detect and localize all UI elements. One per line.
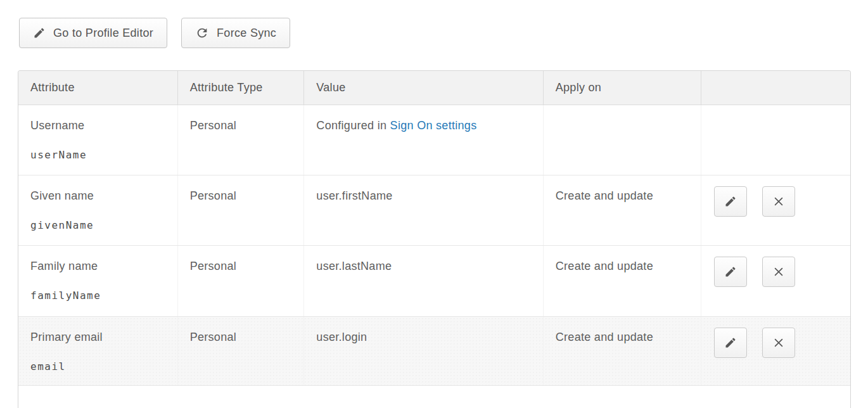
- go-to-profile-editor-button[interactable]: Go to Profile Editor: [19, 18, 167, 48]
- sign-on-settings-link[interactable]: Sign On settings: [390, 119, 477, 132]
- edit-attribute-button[interactable]: [714, 257, 747, 287]
- refresh-icon: [195, 26, 209, 40]
- apply-on-cell: Create and update: [544, 317, 702, 385]
- value-cell: user.firstName: [304, 175, 543, 245]
- go-to-profile-editor-label: Go to Profile Editor: [53, 27, 153, 40]
- force-sync-button[interactable]: Force Sync: [181, 18, 290, 48]
- table-row-family-name: Family name familyName Personal user.las…: [18, 246, 850, 317]
- attribute-label: Username: [30, 119, 169, 132]
- apply-on-cell: [544, 105, 702, 175]
- actions-cell: [701, 105, 850, 175]
- toolbar: Go to Profile Editor Force Sync: [0, 0, 868, 48]
- table-row-username: Username userName Personal Configured in…: [18, 105, 850, 175]
- attribute-type-cell: Personal: [178, 175, 305, 245]
- edit-attribute-button[interactable]: [714, 186, 747, 217]
- attribute-label: Given name: [30, 189, 169, 203]
- value-text: Configured in: [316, 119, 390, 132]
- attribute-variable: email: [30, 360, 169, 373]
- table-row-partial: [18, 386, 850, 408]
- attribute-label: Primary email: [30, 331, 169, 344]
- header-actions: [701, 71, 850, 105]
- value-cell: user.login: [304, 317, 543, 385]
- delete-attribute-button[interactable]: [762, 257, 795, 287]
- actions-cell: [701, 175, 850, 245]
- close-icon: [772, 265, 785, 278]
- attribute-type-cell: Personal: [178, 317, 305, 385]
- attribute-cell: Primary email email: [18, 317, 178, 385]
- actions-cell: [701, 317, 850, 385]
- attribute-cell: Username userName: [18, 105, 178, 175]
- attribute-mappings-table: Attribute Attribute Type Value Apply on …: [18, 70, 851, 408]
- delete-attribute-button[interactable]: [762, 328, 795, 358]
- apply-on-cell: Create and update: [544, 246, 702, 316]
- attribute-type-cell: Personal: [178, 246, 305, 316]
- header-apply-on: Apply on: [544, 71, 702, 105]
- apply-on-cell: Create and update: [544, 175, 702, 245]
- value-cell: Configured in Sign On settings: [304, 105, 543, 175]
- attribute-variable: givenName: [30, 219, 169, 231]
- pencil-icon: [724, 265, 737, 278]
- attribute-variable: familyName: [30, 290, 169, 302]
- attribute-label: Family name: [30, 260, 169, 273]
- pencil-icon: [724, 195, 737, 208]
- attribute-cell: Family name familyName: [18, 246, 178, 316]
- close-icon: [772, 336, 785, 349]
- close-icon: [772, 195, 785, 208]
- attribute-type-cell: Personal: [178, 105, 305, 175]
- pencil-icon: [724, 336, 737, 349]
- delete-attribute-button[interactable]: [762, 186, 795, 217]
- header-value: Value: [304, 71, 543, 105]
- table-header-row: Attribute Attribute Type Value Apply on: [18, 71, 850, 105]
- attribute-cell: Given name givenName: [18, 175, 178, 245]
- attribute-variable: userName: [30, 149, 169, 161]
- table-row-given-name: Given name givenName Personal user.first…: [18, 175, 850, 246]
- pencil-icon: [33, 27, 46, 39]
- header-attribute-type: Attribute Type: [178, 71, 305, 105]
- actions-cell: [701, 246, 850, 316]
- edit-attribute-button[interactable]: [714, 328, 747, 358]
- table-row-primary-email: Primary email email Personal user.login …: [18, 317, 850, 386]
- header-attribute: Attribute: [18, 71, 178, 105]
- force-sync-label: Force Sync: [217, 27, 276, 40]
- value-cell: user.lastName: [304, 246, 543, 316]
